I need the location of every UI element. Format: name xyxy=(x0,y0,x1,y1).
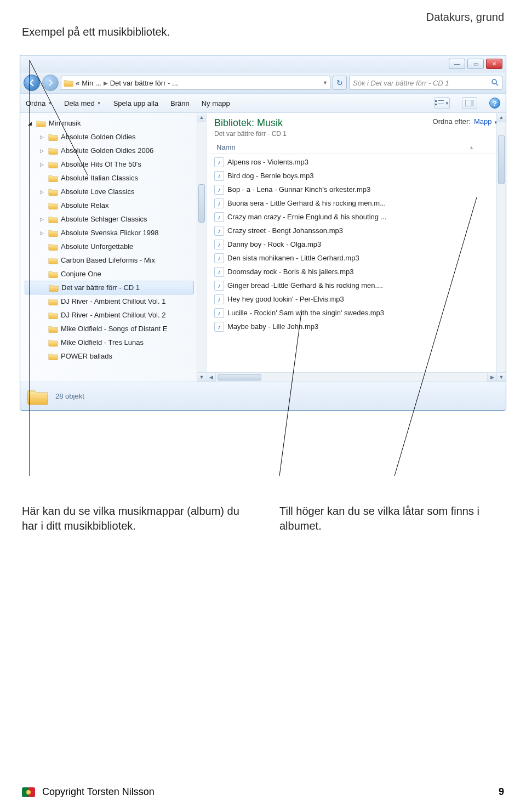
music-file-icon: ♪ xyxy=(214,198,224,208)
file-row[interactable]: ♪Hey hey good lookin' - Per-Elvis.mp3 xyxy=(214,292,506,306)
tree-item[interactable]: Mike Oldfield - Tres Lunas xyxy=(25,336,206,349)
file-row[interactable]: ♪Buona sera - Little Gerhard & his rocki… xyxy=(214,196,506,210)
svg-line-1 xyxy=(496,83,498,86)
folder-icon xyxy=(36,120,46,127)
tree-item-label: Conjure One xyxy=(61,270,101,278)
tree-item[interactable]: Conjure One xyxy=(25,267,206,281)
folder-icon xyxy=(48,133,58,141)
tree-item-label: Det var bättre förr - CD 1 xyxy=(61,283,140,292)
page-number: 9 xyxy=(499,786,504,798)
scroll-thumb[interactable] xyxy=(218,374,261,381)
maximize-button[interactable]: ▭ xyxy=(467,59,484,69)
search-icon xyxy=(491,78,499,88)
file-row[interactable]: ♪Crazy man crazy - Ernie Englund & his s… xyxy=(214,210,506,224)
tree-item[interactable]: ▷Absolute Love Classics xyxy=(25,185,206,198)
burn-button[interactable]: Bränn xyxy=(170,99,190,107)
tree-item[interactable]: ▷Absolute Svenska Flickor 1998 xyxy=(25,226,206,240)
content-scrollbar-v[interactable]: ▲ ▼ xyxy=(496,113,506,382)
music-file-icon: ♪ xyxy=(214,281,224,291)
column-header[interactable]: Namn ▲ xyxy=(207,140,506,154)
play-all-button[interactable]: Spela upp alla xyxy=(113,99,158,107)
tree-item[interactable]: Absolute Italian Classics xyxy=(25,171,206,185)
tree-item[interactable]: POWER ballads xyxy=(25,349,206,363)
file-row[interactable]: ♪Crazy street - Bengt Johansson.mp3 xyxy=(214,224,506,237)
tree-item[interactable]: Mike Oldfield - Songs of Distant E xyxy=(25,322,206,336)
scroll-down-icon[interactable]: ▼ xyxy=(497,372,506,382)
tree-item[interactable]: DJ River - Ambient Chillout Vol. 2 xyxy=(25,308,206,322)
scroll-up-icon[interactable]: ▲ xyxy=(197,113,206,122)
folder-icon xyxy=(48,147,58,155)
collapse-icon[interactable]: ◢ xyxy=(28,121,33,126)
status-bar: 28 objekt xyxy=(20,382,506,410)
expand-icon[interactable]: ▷ xyxy=(40,134,45,140)
preview-pane-button[interactable] xyxy=(462,97,477,109)
view-mode-button[interactable]: ▼ xyxy=(434,97,450,109)
content-scrollbar-h[interactable]: ◀ ▶ xyxy=(207,372,496,382)
minimize-button[interactable]: — xyxy=(449,59,465,69)
chevron-right-icon: ▶ xyxy=(104,80,108,86)
expand-icon[interactable]: ▷ xyxy=(40,230,45,236)
file-row[interactable]: ♪Doomsday rock - Boris & his jailers.mp3 xyxy=(214,265,506,279)
breadcrumb-drop-icon[interactable]: ▼ xyxy=(323,80,328,86)
scroll-left-icon[interactable]: ◀ xyxy=(207,373,216,382)
svg-rect-7 xyxy=(471,100,474,106)
new-folder-button[interactable]: Ny mapp xyxy=(202,99,230,107)
music-file-icon: ♪ xyxy=(214,171,224,181)
tree-item[interactable]: Absolute Relax xyxy=(25,198,206,212)
folder-tree: ◢ Min musik ▷Absolute Golden Oldies▷Abso… xyxy=(20,113,207,382)
file-row[interactable]: ♪Alpens ros - Violents.mp3 xyxy=(214,155,506,169)
search-placeholder: Sök i Det var bättre förr - CD 1 xyxy=(353,79,449,87)
file-row[interactable]: ♪Lucille - Rockin' Sam with the singin' … xyxy=(214,306,506,320)
breadcrumb-part[interactable]: Det var bättre förr - ... xyxy=(110,79,178,87)
sort-dropdown[interactable]: Mapp ▼ xyxy=(474,117,498,126)
organize-menu[interactable]: Ordna▼ xyxy=(26,99,52,107)
tree-item-label: Absolute Golden Oldies xyxy=(61,133,136,141)
tree-item[interactable]: DJ River - Ambient Chillout Vol. 1 xyxy=(25,294,206,308)
scroll-thumb[interactable] xyxy=(198,184,205,223)
file-row[interactable]: ♪Danny boy - Rock - Olga.mp3 xyxy=(214,237,506,251)
tree-item[interactable]: Carbon Based Lifeforms - Mix xyxy=(25,253,206,267)
tree-item[interactable]: ▷Absolute Schlager Classics xyxy=(25,212,206,226)
expand-icon[interactable]: ▷ xyxy=(40,189,45,195)
forward-button[interactable] xyxy=(42,75,59,91)
file-row[interactable]: ♪Bop - a - Lena - Gunnar Kinch's orkeste… xyxy=(214,183,506,196)
tree-item[interactable]: Absolute Unforgettable xyxy=(25,240,206,253)
folder-icon xyxy=(48,243,58,251)
expand-icon[interactable]: ▷ xyxy=(40,162,45,167)
expand-icon[interactable]: ▷ xyxy=(40,148,45,154)
nav-bar: « Min ... ▶ Det var bättre förr - ... ▼ … xyxy=(20,72,506,94)
file-row[interactable]: ♪Den sista mohikanen - Little Gerhard.mp… xyxy=(214,251,506,265)
scroll-down-icon[interactable]: ▼ xyxy=(197,372,206,382)
file-name: Doomsday rock - Boris & his jailers.mp3 xyxy=(227,268,353,276)
library-subtitle: Det var bättre förr - CD 1 xyxy=(214,130,287,138)
tree-item[interactable]: Det var bättre förr - CD 1 xyxy=(25,281,194,294)
tree-scrollbar[interactable]: ▲ ▼ xyxy=(197,113,206,382)
tree-item-label: Absolute Schlager Classics xyxy=(61,215,147,223)
scroll-right-icon[interactable]: ▶ xyxy=(487,373,496,382)
callout-right: Till höger kan du se vilka låtar som fin… xyxy=(279,504,504,533)
svg-rect-4 xyxy=(435,104,437,105)
back-button[interactable] xyxy=(24,75,40,91)
svg-point-0 xyxy=(492,80,496,84)
tree-item[interactable]: ▷Absolute Golden Oldies 2006 xyxy=(25,144,206,157)
file-row[interactable]: ♪Maybe baby - Lille John.mp3 xyxy=(214,320,506,333)
breadcrumb[interactable]: « Min ... ▶ Det var bättre förr - ... ▼ xyxy=(61,76,330,90)
refresh-button[interactable]: ↻ xyxy=(333,76,347,90)
file-row[interactable]: ♪Ginger bread -Little Gerhard & his rock… xyxy=(214,279,506,292)
scroll-thumb[interactable] xyxy=(498,135,505,184)
help-button[interactable]: ? xyxy=(489,98,500,109)
expand-icon[interactable]: ▷ xyxy=(40,217,45,222)
footer-text: Copyright Torsten Nilsson xyxy=(42,786,155,797)
breadcrumb-part[interactable]: Min ... xyxy=(82,79,101,87)
tree-item[interactable]: ▷Absolute Hits Of The 50's xyxy=(25,157,206,171)
tree-item[interactable]: ▷Absolute Golden Oldies xyxy=(25,130,206,144)
search-input[interactable]: Sök i Det var bättre förr - CD 1 xyxy=(349,76,502,90)
scroll-up-icon[interactable]: ▲ xyxy=(497,113,506,122)
music-file-icon: ♪ xyxy=(214,253,224,263)
file-name: Crazy street - Bengt Johansson.mp3 xyxy=(227,226,343,235)
column-name[interactable]: Namn xyxy=(216,143,236,151)
file-row[interactable]: ♪Bird dog - Bernie boys.mp3 xyxy=(214,169,506,183)
share-menu[interactable]: Dela med▼ xyxy=(64,99,101,107)
close-button[interactable]: ✕ xyxy=(486,59,502,69)
tree-root-item[interactable]: ◢ Min musik xyxy=(25,116,206,130)
